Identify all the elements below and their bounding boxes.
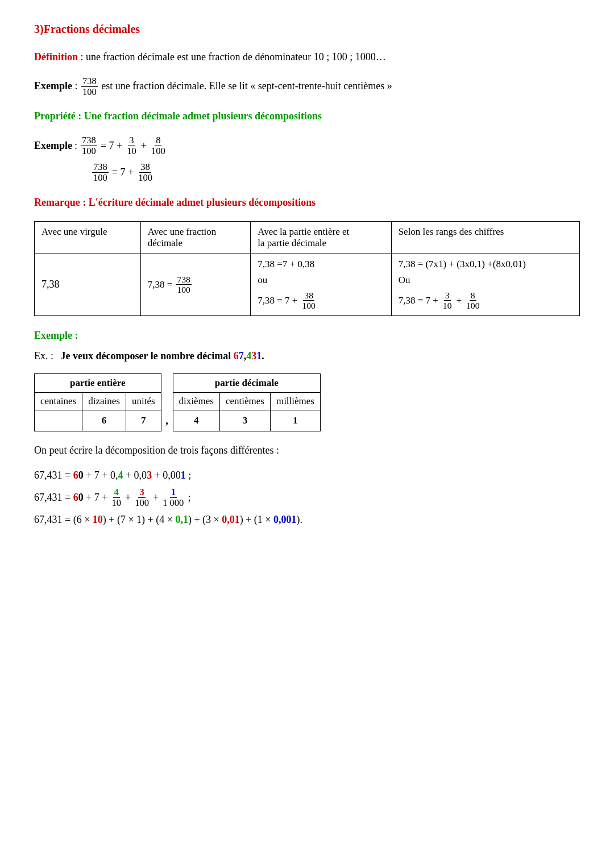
col-dizaines: dizaines (82, 393, 126, 410)
col-centiemes: centièmes (219, 393, 270, 410)
val-dizaines: 6 (82, 410, 126, 431)
exemple1-label: Exemple (34, 80, 72, 91)
fraction-738-100-ex1: 738 100 (81, 76, 98, 97)
f1-start: 67,431 = 60 + 7 + 0,4 + 0,03 + 0,001 ; (34, 470, 191, 481)
formula1: 67,431 = 60 + 7 + 0,4 + 0,03 + 0,001 ; (34, 470, 580, 481)
propriete-text: : Une fraction décimale admet plusieurs … (78, 110, 322, 122)
formula2: 67,431 = 60 + 7 + 4 10 + 3 100 + 1 1 000… (34, 487, 580, 508)
exemple1-text: est une fraction décimale. Elle se lit «… (101, 80, 392, 91)
exemple1-colon: : (75, 80, 81, 91)
f3-text: 67,431 = (6 × 10) + (7 × 1) + (4 × 0,1) … (34, 514, 302, 526)
fraction-3-10-table: 3 10 (442, 290, 453, 310)
val-milliemes: 1 (270, 410, 320, 431)
col-header-virgule: Avec une virgule (35, 222, 141, 254)
exemple3-label: Exemple : (34, 330, 580, 342)
fraction-738-100-table: 738 100 (176, 275, 191, 294)
val-centiemes: 3 (219, 410, 270, 431)
ex-text-static: Je veux décomposer le nombre décimal 67,… (61, 350, 264, 362)
remarque-label: Remarque (34, 197, 80, 208)
comma-val: , (161, 410, 173, 431)
fraction-38-100-ex2b: 38 100 (137, 162, 154, 183)
definition-text: : une fraction décimale est une fraction… (81, 51, 386, 63)
fraction-3-10-ex2: 3 10 (126, 135, 138, 156)
col-milliemes: millièmes (270, 393, 320, 410)
col-centaines: centaines (35, 393, 82, 410)
header-partie-entiere: partie entière (35, 374, 161, 393)
col-dixiemes: dixièmes (173, 393, 219, 410)
formula3: 67,431 = (6 × 10) + (7 × 1) + (4 × 0,1) … (34, 514, 580, 526)
col-header-rangs: Selon les rangs des chiffres (391, 222, 579, 254)
fraction-3-100-f2: 3 100 (134, 487, 150, 508)
exemple2-label: Exemple (34, 137, 72, 155)
definition-block: Définition : une fraction décimale est u… (34, 48, 580, 66)
val-unites: 7 (126, 410, 161, 431)
exemple1-block: Exemple : 738 100 est une fraction décim… (34, 76, 580, 97)
col-header-partie: Avec la partie entière etla partie décim… (251, 222, 391, 254)
remarque-block: Remarque : L'écriture décimale admet plu… (34, 194, 580, 211)
definition-label: Définition (34, 51, 78, 63)
fraction-738-100-ex2: 738 100 (81, 135, 97, 156)
comma-col (161, 393, 173, 410)
val-dixiemes: 4 (173, 410, 219, 431)
fraction-8-100-table: 8 100 (465, 290, 480, 310)
ex-statement: Ex. : Je veux décomposer le nombre décim… (34, 347, 580, 365)
col-unites: unités (126, 393, 161, 410)
comma-header-cell (161, 374, 173, 393)
exemple2-block: Exemple : 738 100 = 7 + 3 10 + 8 100 738… (34, 135, 580, 184)
fraction-738-100-ex2b: 738 100 (92, 162, 109, 183)
cell-738-rangs: 7,38 = (7x1) + (3x0,1) +(8x0,01) Ou 7,38… (391, 254, 579, 315)
decomp-desc: On peut écrire la décomposition de trois… (34, 442, 580, 459)
cell-738-virgule: 7,38 (35, 254, 141, 315)
exemple2-line2: 738 100 = 7 + 38 100 (91, 162, 580, 183)
propriete-label: Propriété (34, 110, 76, 122)
decomposition-table: Avec une virgule Avec une fractiondécima… (34, 221, 580, 315)
val-centaines (35, 410, 82, 431)
remarque-text: : L'écriture décimale admet plusieurs dé… (82, 197, 316, 208)
f2-start: 67,431 = 60 + 7 + (34, 492, 107, 504)
ex-label: Ex. : (34, 350, 53, 362)
cell-738-fraction: 7,38 = 738 100 (140, 254, 250, 315)
fraction-1-1000-f2: 1 1 000 (161, 487, 185, 508)
exemple2-line1: Exemple : 738 100 = 7 + 3 10 + 8 100 (34, 135, 580, 156)
propriete-block: Propriété : Une fraction décimale admet … (34, 107, 580, 125)
fraction-4-10-f2: 4 10 (110, 487, 122, 508)
fraction-38-100-table: 38 100 (301, 290, 316, 310)
col-header-fraction: Avec une fractiondécimale (140, 222, 250, 254)
header-partie-decimale: partie décimale (173, 374, 320, 393)
cell-738-partie: 7,38 =7 + 0,38 ou 7,38 = 7 + 38 100 (251, 254, 391, 315)
section-title: 3)Fractions décimales (34, 23, 580, 36)
fraction-8-100-ex2: 8 100 (150, 135, 167, 156)
place-value-table: partie entière partie décimale centaines… (34, 373, 321, 431)
